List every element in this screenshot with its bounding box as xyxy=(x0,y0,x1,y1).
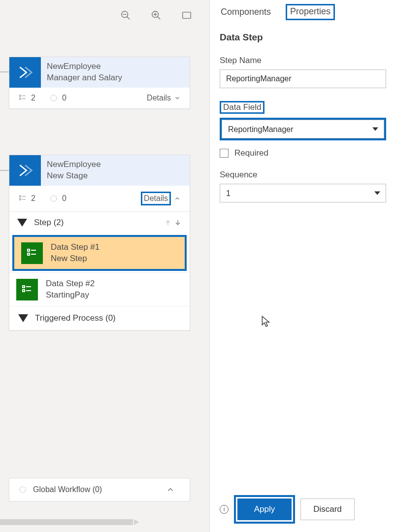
stage-header: NewEmployee New Stage xyxy=(9,155,190,186)
required-row[interactable]: Required xyxy=(220,148,386,158)
svg-point-17 xyxy=(51,196,57,201)
tab-components[interactable]: Components xyxy=(220,4,272,20)
step-title: Data Step #1 xyxy=(51,242,99,253)
triggered-header-label: Triggered Process (0) xyxy=(35,313,116,323)
global-workflow-bar[interactable]: Global Workflow (0) xyxy=(9,478,190,501)
svg-line-4 xyxy=(158,17,161,20)
required-checkbox[interactable] xyxy=(220,149,229,158)
data-field-select[interactable]: ReportingManager xyxy=(222,120,384,138)
details-toggle[interactable]: Details xyxy=(147,94,181,102)
step-row-data-step-1[interactable]: Data Step #1 New Step xyxy=(12,235,187,271)
stage-chevron-icon xyxy=(9,57,41,88)
svg-line-1 xyxy=(127,17,130,20)
properties-panel: Components Properties Data Step Step Nam… xyxy=(209,0,396,532)
step-subtitle: StartingPay xyxy=(46,290,95,301)
sequence-select-wrap: 1 xyxy=(220,184,386,202)
stage-meta: 2 0 Details xyxy=(9,88,190,108)
trigger-count: 0 xyxy=(49,94,66,102)
steps-header[interactable]: Step (2) xyxy=(9,212,190,233)
reorder-arrows[interactable] xyxy=(164,219,182,227)
fit-to-screen-icon[interactable] xyxy=(181,10,192,23)
zoom-out-icon[interactable] xyxy=(120,10,131,23)
connector-line xyxy=(0,71,9,72)
svg-rect-7 xyxy=(183,12,191,19)
stage-name: New Stage xyxy=(47,170,101,182)
svg-rect-13 xyxy=(19,196,21,197)
apply-button[interactable]: Apply xyxy=(237,499,292,520)
panel-footer: i Apply Discard xyxy=(210,492,396,532)
step-count: 2 xyxy=(18,94,35,102)
svg-rect-22 xyxy=(28,253,30,255)
data-step-icon xyxy=(21,242,43,264)
details-label: Details xyxy=(141,192,171,205)
step-name-input[interactable] xyxy=(220,69,386,88)
step-row-data-step-2[interactable]: Data Step #2 StartingPay xyxy=(9,272,190,306)
step-count: 2 xyxy=(18,194,35,203)
step-title: Data Step #2 xyxy=(46,278,95,290)
designer-canvas: NewEmployee Manager and Salary 2 0 Detai… xyxy=(0,0,209,532)
sequence-label: Sequence xyxy=(220,170,258,180)
triangle-icon xyxy=(18,314,28,322)
arrow-down-icon[interactable] xyxy=(174,219,182,227)
steps-section: Step (2) Data Step #1 New Step xyxy=(9,211,190,331)
svg-rect-24 xyxy=(23,286,25,288)
panel-tabs: Components Properties xyxy=(210,0,396,20)
stage-chevron-icon xyxy=(9,155,41,186)
horizontal-scrollbar[interactable] xyxy=(0,519,133,525)
tab-properties[interactable]: Properties xyxy=(286,4,335,20)
zoom-in-icon[interactable] xyxy=(151,10,162,23)
data-field-label: Data Field xyxy=(220,101,264,114)
workflow-icon xyxy=(18,485,27,494)
canvas-toolbar xyxy=(120,10,192,23)
global-workflow-label: Global Workflow (0) xyxy=(33,485,102,494)
step-text: Data Step #2 StartingPay xyxy=(46,278,95,301)
steps-header-label: Step (2) xyxy=(34,218,64,228)
data-step-icon xyxy=(16,279,38,300)
info-icon[interactable]: i xyxy=(220,505,229,514)
details-toggle[interactable]: Details xyxy=(141,192,181,205)
connector-line xyxy=(0,170,9,171)
chevron-down-icon xyxy=(174,95,181,101)
chevron-up-icon xyxy=(166,485,175,494)
sequence-select[interactable]: 1 xyxy=(220,184,386,202)
section-title: Data Step xyxy=(220,32,386,43)
svg-rect-26 xyxy=(23,290,25,292)
stage-entity: NewEmployee xyxy=(47,159,101,170)
stage-title: NewEmployee Manager and Salary xyxy=(41,57,128,88)
svg-rect-15 xyxy=(19,199,21,200)
discard-button[interactable]: Discard xyxy=(300,499,355,520)
svg-point-12 xyxy=(51,95,57,101)
stage-header: NewEmployee Manager and Salary xyxy=(9,57,190,88)
data-field-select-wrap: ReportingManager xyxy=(220,118,386,140)
svg-rect-20 xyxy=(28,249,30,251)
svg-point-28 xyxy=(20,487,26,493)
step-subtitle: New Step xyxy=(51,253,99,265)
stage-meta: 2 0 Details xyxy=(9,186,190,211)
stage-entity: NewEmployee xyxy=(47,61,122,72)
chevron-up-icon xyxy=(174,195,181,202)
stage-card-manager-salary[interactable]: NewEmployee Manager and Salary 2 0 Detai… xyxy=(9,57,190,109)
trigger-count: 0 xyxy=(49,194,66,203)
arrow-up-icon[interactable] xyxy=(164,219,172,227)
stage-title: NewEmployee New Stage xyxy=(41,155,107,186)
panel-body: Data Step Step Name Data Field Reporting… xyxy=(210,20,396,492)
details-label: Details xyxy=(147,94,171,102)
required-label: Required xyxy=(234,148,268,158)
step-text: Data Step #1 New Step xyxy=(51,242,99,265)
stage-name: Manager and Salary xyxy=(47,72,122,84)
triangle-icon xyxy=(17,219,27,227)
triggered-process-header[interactable]: Triggered Process (0) xyxy=(9,306,190,330)
svg-rect-8 xyxy=(19,95,21,97)
step-name-label: Step Name xyxy=(220,56,262,66)
svg-rect-10 xyxy=(19,98,21,100)
stage-card-new-stage[interactable]: NewEmployee New Stage 2 0 Details xyxy=(9,155,190,331)
